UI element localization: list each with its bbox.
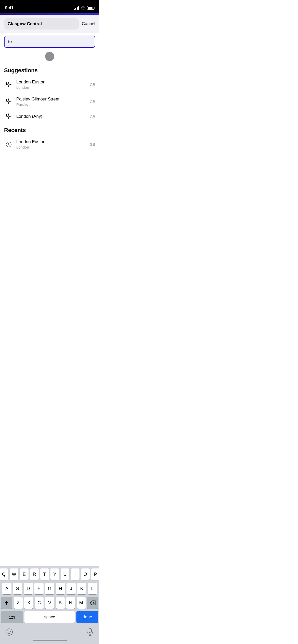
sparkle-icon [4,113,13,120]
station-info: Paisley Gilmour Street Paisley [16,96,88,107]
status-time: 9:41 [5,5,13,10]
station-name: London Euston [16,79,88,85]
station-city: London [16,85,88,90]
purple-header-bar [0,13,99,15]
suggestions-section: Suggestions London Euston London GB Pais… [0,63,99,123]
battery-icon [87,6,94,10]
suggestion-item[interactable]: Paisley Gilmour Street Paisley GB [4,93,95,110]
station-name: Paisley Gilmour Street [16,96,88,102]
recent-item[interactable]: London Euston London GB [4,136,95,153]
destination-search-input[interactable] [4,36,95,48]
station-name: London (Any) [16,114,88,119]
station-info: London Euston London [16,79,88,90]
status-icons [74,6,94,10]
recents-title: Recents [4,123,95,136]
station-info: London (Any) [16,114,88,119]
station-country: GB [88,142,95,147]
suggestion-item[interactable]: London (Any) GB [4,110,95,123]
recents-section: Recents London Euston London GB [0,123,99,153]
station-country: GB [88,99,95,104]
suggestions-title: Suggestions [4,63,95,76]
clock-icon [4,141,13,148]
sparkle-icon [4,98,13,105]
station-city: Paisley [16,102,88,107]
station-info: London Euston London [16,139,88,150]
drag-dot [45,52,54,61]
from-station-label: Glasgow Central [8,21,42,26]
wifi-icon [81,6,85,10]
suggestion-item[interactable]: London Euston London GB [4,76,95,93]
station-country: GB [88,82,95,87]
search-header: Glasgow Central Cancel [0,15,99,33]
status-bar: 9:41 [0,0,99,13]
station-country: GB [88,114,95,119]
station-name: London Euston [16,139,88,145]
cancel-button[interactable]: Cancel [82,21,95,26]
station-city: London [16,145,88,150]
sparkle-icon [4,81,13,88]
from-station-box: Glasgow Central [4,18,79,30]
signal-bars-icon [74,6,79,10]
search-input-wrapper [0,33,99,51]
drag-handle [0,51,99,63]
